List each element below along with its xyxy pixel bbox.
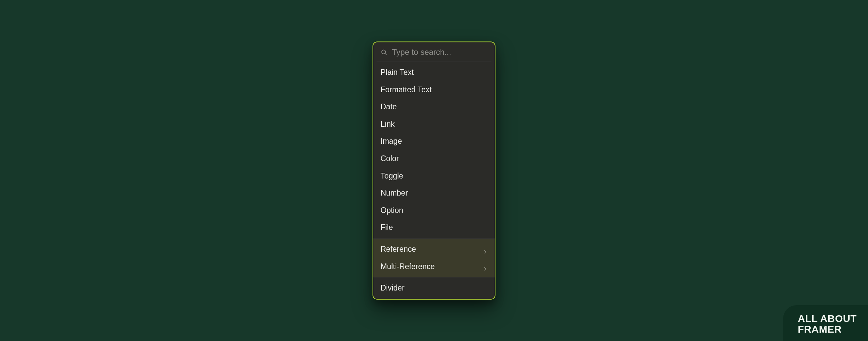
menu-item-label: Color: [380, 154, 399, 164]
menu-item-number[interactable]: Number: [373, 184, 495, 202]
menu-item-formatted-text[interactable]: Formatted Text: [373, 81, 495, 98]
menu-item-label: Option: [380, 206, 403, 215]
menu-item-divider[interactable]: Divider: [373, 280, 495, 297]
menu-item-image[interactable]: Image: [373, 133, 495, 150]
menu-item-label: Link: [380, 120, 395, 129]
menu-group-primary: Plain Text Formatted Text Date Link Imag…: [373, 62, 495, 238]
brand-line-2: FRAMER: [798, 324, 857, 335]
field-type-menu: Plain Text Formatted Text Date Link Imag…: [373, 41, 495, 300]
menu-item-toggle[interactable]: Toggle: [373, 168, 495, 185]
menu-item-label: Multi-Reference: [380, 262, 435, 272]
menu-item-label: Toggle: [380, 171, 403, 181]
menu-item-label: Date: [380, 102, 397, 112]
search-row: [373, 42, 495, 61]
menu-item-label: Reference: [380, 245, 416, 254]
menu-item-date[interactable]: Date: [373, 98, 495, 116]
menu-item-label: File: [380, 223, 393, 232]
menu-group-reference: Reference Multi-Reference: [373, 239, 495, 277]
menu-group-extra: Divider: [373, 278, 495, 299]
menu-item-label: Divider: [380, 284, 405, 293]
svg-line-1: [385, 54, 386, 55]
chevron-right-icon: [483, 247, 488, 252]
menu-item-label: Formatted Text: [380, 85, 432, 95]
chevron-right-icon: [483, 264, 488, 269]
search-icon: [380, 49, 387, 56]
menu-item-multi-reference[interactable]: Multi-Reference: [373, 258, 495, 276]
menu-item-link[interactable]: Link: [373, 116, 495, 133]
menu-item-file[interactable]: File: [373, 219, 495, 236]
menu-item-label: Number: [380, 189, 408, 198]
menu-item-plain-text[interactable]: Plain Text: [373, 64, 495, 81]
brand-line-1: ALL ABOUT: [798, 313, 857, 324]
menu-item-reference[interactable]: Reference: [373, 241, 495, 258]
brand-badge: ALL ABOUT FRAMER: [783, 305, 868, 341]
menu-item-label: Plain Text: [380, 68, 414, 77]
menu-item-label: Image: [380, 137, 402, 146]
search-input[interactable]: [392, 48, 492, 57]
menu-item-option[interactable]: Option: [373, 202, 495, 219]
menu-item-color[interactable]: Color: [373, 150, 495, 168]
